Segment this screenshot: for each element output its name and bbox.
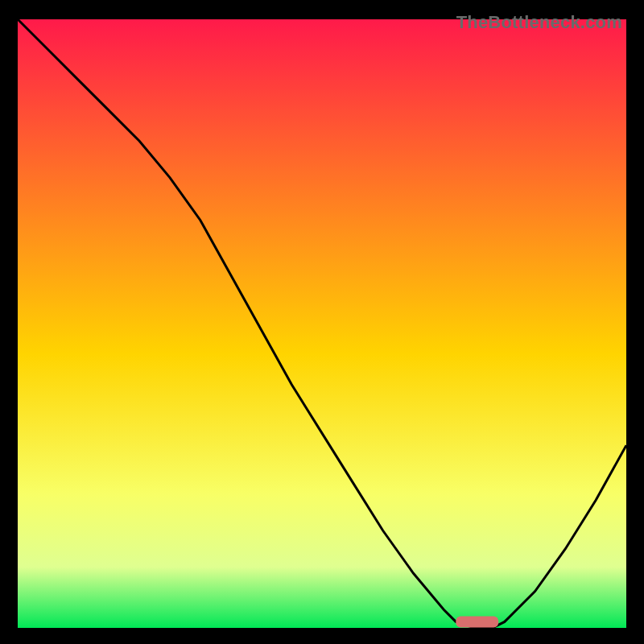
watermark-text: TheBottleneck.com <box>456 12 622 33</box>
optimal-range-marker <box>456 616 498 627</box>
chart-plot-area <box>18 19 626 628</box>
chart-svg <box>18 19 626 628</box>
chart-frame: TheBottleneck.com <box>12 14 632 634</box>
